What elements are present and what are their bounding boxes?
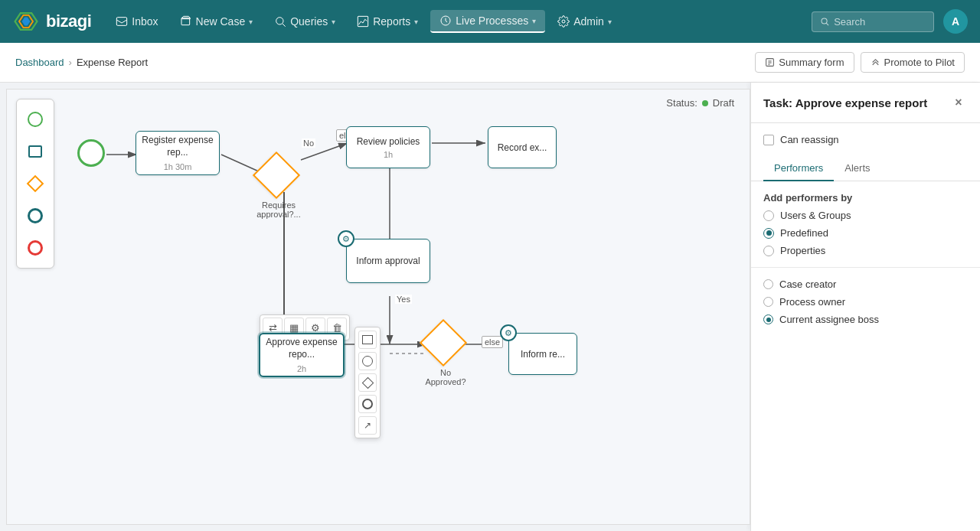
sub-radio-circle-case-creator — [763, 279, 773, 289]
task-record[interactable]: Record ex... — [488, 126, 557, 168]
task-inform-re-label: Inform re... — [521, 349, 565, 360]
new-case-chevron: ▾ — [249, 18, 253, 26]
sub-radio-case-creator[interactable]: Case creator — [763, 279, 968, 290]
navbar: bizagi Inbox New Case ▾ Queries ▾ Report… — [0, 0, 980, 43]
start-event[interactable] — [77, 139, 105, 167]
radio-circle-users-groups — [763, 210, 774, 221]
reports-chevron: ▾ — [414, 18, 418, 26]
avatar[interactable]: A — [943, 9, 968, 34]
tool-start-event[interactable] — [21, 106, 49, 133]
task-icon — [28, 145, 42, 158]
right-panel: Task: Approve expense report × Can reass… — [750, 83, 980, 531]
reassign-checkbox[interactable] — [763, 135, 774, 145]
tool-intermediate[interactable] — [21, 202, 49, 230]
diagram-area[interactable]: Status: Draft — [6, 89, 750, 525]
palette-diamond[interactable] — [358, 373, 377, 392]
sub-radio-label-process-owner: Process owner — [779, 296, 845, 308]
reassign-label: Can reassign — [780, 134, 839, 145]
sub-radio-inner-current-assignee-boss — [766, 318, 771, 322]
status-dot — [702, 100, 708, 106]
radio-label-users-groups: Users & Groups — [780, 210, 851, 221]
sub-radio-current-assignee-boss[interactable]: Current assignee boss — [763, 314, 968, 325]
svg-marker-2 — [22, 18, 31, 26]
tab-alerts[interactable]: Alerts — [834, 156, 880, 181]
svg-rect-7 — [358, 16, 368, 26]
panel-header: Task: Approve expense report × — [751, 83, 980, 123]
task-record-label: Record ex... — [498, 142, 547, 153]
gateway-icon — [27, 175, 44, 193]
tool-gateway[interactable] — [21, 170, 49, 197]
predefined-options-group: Case creator Process owner Current assig… — [763, 279, 968, 325]
nav-new-case[interactable]: New Case ▾ — [171, 11, 263, 32]
svg-rect-3 — [117, 18, 127, 26]
sub-radio-label-current-assignee-boss: Current assignee boss — [779, 314, 879, 325]
queries-chevron: ▾ — [332, 18, 335, 26]
radio-label-properties: Properties — [780, 245, 825, 256]
radio-properties[interactable]: Properties — [763, 245, 968, 256]
breadcrumb-home[interactable]: Dashboard — [15, 57, 64, 68]
svg-point-5 — [276, 18, 283, 24]
task-approve-expense[interactable]: Approve expense repo... 2h — [259, 333, 345, 377]
breadcrumb: Dashboard › Expense Report Summary form … — [0, 43, 980, 83]
palette-arrow[interactable]: ↗ — [358, 416, 377, 435]
sub-radio-circle-process-owner — [763, 297, 773, 307]
search-icon — [820, 16, 829, 27]
tab-performers[interactable]: Performers — [763, 156, 834, 181]
breadcrumb-current: Expense Report — [77, 57, 148, 68]
promote-to-pilot-button[interactable]: Promote to Pilot — [861, 52, 965, 73]
palette-circle-thick[interactable] — [358, 395, 377, 413]
task-inform-re[interactable]: ⚙ Inform re... — [508, 333, 577, 375]
panel-close-button[interactable]: × — [949, 93, 968, 112]
nav-live-processes[interactable]: Live Processes ▾ — [430, 10, 545, 33]
task-review-time: 1h — [384, 150, 393, 159]
task-approve-time: 2h — [297, 364, 306, 373]
intermediate-icon — [28, 208, 43, 223]
start-event-icon — [28, 112, 43, 127]
task-inform-approval-label: Inform approval — [356, 256, 420, 266]
svg-line-11 — [826, 23, 828, 25]
radio-label-predefined: Predefined — [780, 227, 828, 239]
task-register-time: 1h 30m — [164, 162, 192, 171]
radio-circle-predefined — [763, 228, 774, 239]
sub-radio-circle-current-assignee-boss — [763, 314, 773, 324]
panel-title: Task: Approve expense report — [763, 96, 927, 109]
label-yes: Yes — [395, 295, 412, 304]
main-layout: Status: Draft — [0, 83, 980, 531]
tool-task[interactable] — [21, 138, 49, 165]
task-review-label: Review policies — [357, 136, 420, 147]
search-input[interactable] — [834, 16, 926, 28]
task-review-policies[interactable]: Review policies 1h — [346, 126, 430, 168]
palette-rect[interactable] — [358, 331, 377, 349]
sub-radio-label-case-creator: Case creator — [779, 279, 836, 290]
end-event-icon — [28, 240, 43, 256]
divider — [751, 267, 980, 268]
logo[interactable]: bizagi — [12, 8, 91, 35]
radio-inner-predefined — [766, 230, 772, 236]
performers-section: Add performers by Users & Groups Predefi… — [763, 192, 968, 256]
logo-text: bizagi — [46, 11, 91, 31]
task-inform-approval[interactable]: ⚙ Inform approval — [346, 239, 430, 283]
radio-users-groups[interactable]: Users & Groups — [763, 210, 968, 221]
summary-form-button[interactable]: Summary form — [755, 52, 854, 73]
performers-section-title: Add performers by — [763, 192, 968, 204]
breadcrumb-actions: Summary form Promote to Pilot — [755, 52, 965, 73]
svg-line-6 — [283, 24, 286, 27]
sub-radio-process-owner[interactable]: Process owner — [763, 296, 968, 308]
admin-chevron: ▾ — [608, 18, 612, 26]
task-register[interactable]: Register expense rep... 1h 30m — [136, 131, 220, 175]
breadcrumb-separator: › — [69, 57, 72, 68]
nav-inbox[interactable]: Inbox — [106, 11, 167, 32]
search-bar[interactable] — [812, 11, 934, 32]
tool-end-event[interactable] — [21, 234, 49, 262]
status-label: Status: — [666, 97, 697, 109]
radio-predefined[interactable]: Predefined — [763, 227, 968, 239]
panel-body: Can reassign Performers Alerts Add perfo… — [751, 123, 980, 336]
nav-reports[interactable]: Reports ▾ — [348, 11, 427, 32]
label-no1: No — [302, 138, 315, 148]
summary-form-icon — [765, 57, 775, 67]
palette-circle[interactable] — [358, 352, 377, 370]
nav-queries[interactable]: Queries ▾ — [265, 11, 345, 32]
add-performers-by-group: Users & Groups Predefined Properties — [763, 210, 968, 256]
live-processes-chevron: ▾ — [532, 17, 536, 25]
nav-admin[interactable]: Admin ▾ — [548, 11, 621, 32]
